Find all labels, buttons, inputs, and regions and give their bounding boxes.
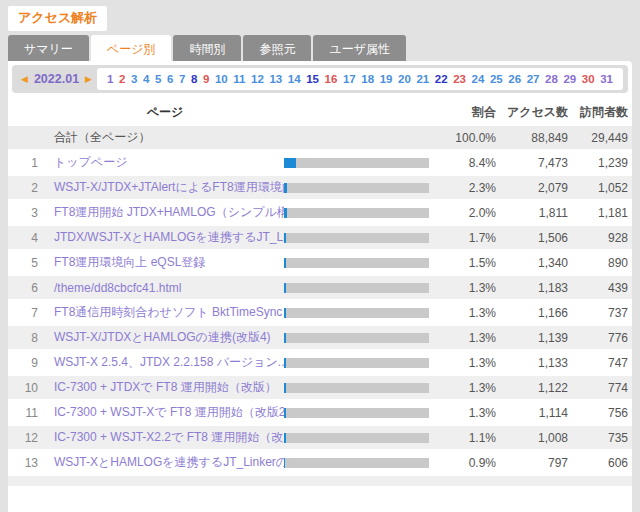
day-21[interactable]: 21 bbox=[416, 73, 429, 85]
page-link[interactable]: WSJT-XとHAMLOGを連携するJT_Linkerのイ... bbox=[54, 455, 284, 469]
tab-by-page[interactable]: ページ別 bbox=[91, 35, 172, 61]
row-ratio: 2.0% bbox=[434, 206, 496, 220]
table-row: 9WSJT-X 2.5.4、JTDX 2.2.158 バージョン...1.3%1… bbox=[8, 349, 632, 374]
day-4[interactable]: 4 bbox=[143, 73, 149, 85]
table-body: 1トップページ8.4%7,4731,2392WSJT-X/JTDX+JTAler… bbox=[8, 149, 632, 474]
row-rank: 13 bbox=[8, 456, 46, 470]
tab-referrer[interactable]: 参照元 bbox=[243, 35, 311, 61]
day-13[interactable]: 13 bbox=[269, 73, 282, 85]
day-27[interactable]: 27 bbox=[527, 73, 540, 85]
ratio-bar bbox=[284, 233, 434, 243]
day-7[interactable]: 7 bbox=[179, 73, 185, 85]
page-link[interactable]: FT8通信用時刻合わせソフト BktTimeSync ... bbox=[54, 305, 284, 319]
day-26[interactable]: 26 bbox=[508, 73, 521, 85]
day-2[interactable]: 2 bbox=[119, 73, 125, 85]
prev-month-arrow-icon[interactable]: ◀ bbox=[19, 74, 30, 84]
row-rank: 8 bbox=[8, 331, 46, 345]
day-31[interactable]: 31 bbox=[600, 73, 613, 85]
current-month-label: 2022.01 bbox=[34, 72, 79, 86]
page-link[interactable]: FT8運用環境向上 eQSL登録 bbox=[54, 255, 205, 269]
day-3[interactable]: 3 bbox=[131, 73, 137, 85]
next-row-partial bbox=[8, 474, 632, 486]
table-row: 1トップページ8.4%7,4731,239 bbox=[8, 149, 632, 174]
day-20[interactable]: 20 bbox=[398, 73, 411, 85]
day-29[interactable]: 29 bbox=[563, 73, 576, 85]
table-row: 10IC-7300 + JTDXで FT8 運用開始（改版）1.3%1,1227… bbox=[8, 374, 632, 399]
row-ratio: 1.5% bbox=[434, 256, 496, 270]
ratio-bar bbox=[284, 258, 434, 268]
ratio-bar bbox=[284, 308, 434, 318]
day-23[interactable]: 23 bbox=[453, 73, 466, 85]
row-access: 797 bbox=[496, 456, 568, 470]
table-row: 4JTDX/WSJT-XとHAMLOGを連携するJT_Linker...1.7%… bbox=[8, 224, 632, 249]
total-access: 88,849 bbox=[496, 131, 568, 145]
page-link[interactable]: WSJT-X/JTDXとHAMLOGの連携(改版4) bbox=[54, 330, 271, 344]
day-15[interactable]: 15 bbox=[306, 73, 319, 85]
day-28[interactable]: 28 bbox=[545, 73, 558, 85]
day-30[interactable]: 30 bbox=[582, 73, 595, 85]
day-11[interactable]: 11 bbox=[233, 73, 245, 85]
row-access: 1,122 bbox=[496, 381, 568, 395]
day-25[interactable]: 25 bbox=[490, 73, 503, 85]
page-link[interactable]: IC-7300 + WSJT-Xで FT8 運用開始（改版2） bbox=[54, 405, 284, 419]
ratio-bar bbox=[284, 183, 434, 193]
page-link[interactable]: WSJT-X/JTDX+JTAlertによるFT8運用環境向... bbox=[54, 180, 284, 194]
row-rank: 3 bbox=[8, 206, 46, 220]
header-ratio: 割合 bbox=[434, 104, 496, 121]
total-label: 合計（全ページ） bbox=[46, 129, 284, 146]
page-link[interactable]: IC-7300 + JTDXで FT8 運用開始（改版） bbox=[54, 380, 277, 394]
table-row: 8WSJT-X/JTDXとHAMLOGの連携(改版4)1.3%1,139776 bbox=[8, 324, 632, 349]
tab-bar: サマリー ページ別 時間別 参照元 ユーザ属性 bbox=[8, 35, 640, 61]
row-ratio: 1.7% bbox=[434, 231, 496, 245]
day-10[interactable]: 10 bbox=[215, 73, 228, 85]
row-visitors: 776 bbox=[568, 331, 632, 345]
row-access: 1,008 bbox=[496, 431, 568, 445]
day-19[interactable]: 19 bbox=[380, 73, 393, 85]
row-ratio: 1.3% bbox=[434, 406, 496, 420]
page-table: ページ 割合 アクセス数 訪問者数 合計（全ページ） 100.0% 88,849… bbox=[8, 100, 632, 486]
page-link[interactable]: IC-7300 + WSJT-X2.2で FT8 運用開始（改... bbox=[54, 430, 284, 444]
row-rank: 1 bbox=[8, 156, 46, 170]
day-9[interactable]: 9 bbox=[203, 73, 209, 85]
page-link[interactable]: トップページ bbox=[54, 155, 127, 169]
page-link[interactable]: /theme/dd8cbcfc41.html bbox=[54, 281, 181, 295]
day-22[interactable]: 22 bbox=[435, 73, 448, 85]
day-18[interactable]: 18 bbox=[361, 73, 374, 85]
day-6[interactable]: 6 bbox=[167, 73, 173, 85]
next-month-arrow-icon[interactable]: ▶ bbox=[83, 74, 94, 84]
row-visitors: 606 bbox=[568, 456, 632, 470]
table-row: 3FT8運用開始 JTDX+HAMLOG（シンプル構成 ...2.0%1,811… bbox=[8, 199, 632, 224]
day-5[interactable]: 5 bbox=[155, 73, 161, 85]
table-row: 2WSJT-X/JTDX+JTAlertによるFT8運用環境向...2.3%2,… bbox=[8, 174, 632, 199]
table-row: 12IC-7300 + WSJT-X2.2で FT8 運用開始（改...1.1%… bbox=[8, 424, 632, 449]
row-access: 1,166 bbox=[496, 306, 568, 320]
day-24[interactable]: 24 bbox=[472, 73, 485, 85]
page-link[interactable]: FT8運用開始 JTDX+HAMLOG（シンプル構成 ... bbox=[54, 205, 284, 219]
day-list: 1234567891011121314151617181920212223242… bbox=[97, 68, 623, 90]
page-link[interactable]: JTDX/WSJT-XとHAMLOGを連携するJT_Linker... bbox=[54, 230, 284, 244]
row-access: 1,133 bbox=[496, 356, 568, 370]
day-14[interactable]: 14 bbox=[288, 73, 301, 85]
row-visitors: 1,052 bbox=[568, 181, 632, 195]
ratio-bar bbox=[284, 408, 434, 418]
page-link[interactable]: WSJT-X 2.5.4、JTDX 2.2.158 バージョン... bbox=[54, 355, 284, 369]
header-page: ページ bbox=[46, 104, 284, 121]
tab-user-attributes[interactable]: ユーザ属性 bbox=[313, 35, 406, 61]
row-rank: 2 bbox=[8, 181, 46, 195]
day-1[interactable]: 1 bbox=[107, 73, 113, 85]
day-17[interactable]: 17 bbox=[343, 73, 356, 85]
ratio-bar bbox=[284, 333, 434, 343]
day-12[interactable]: 12 bbox=[251, 73, 264, 85]
row-visitors: 735 bbox=[568, 431, 632, 445]
day-16[interactable]: 16 bbox=[325, 73, 338, 85]
row-access: 1,506 bbox=[496, 231, 568, 245]
row-ratio: 1.1% bbox=[434, 431, 496, 445]
row-ratio: 8.4% bbox=[434, 156, 496, 170]
table-row: 6/theme/dd8cbcfc41.html1.3%1,183439 bbox=[8, 274, 632, 299]
tab-summary[interactable]: サマリー bbox=[8, 35, 89, 61]
tab-by-time[interactable]: 時間別 bbox=[173, 35, 241, 61]
row-visitors: 747 bbox=[568, 356, 632, 370]
row-ratio: 1.3% bbox=[434, 281, 496, 295]
day-8[interactable]: 8 bbox=[191, 73, 197, 85]
row-visitors: 774 bbox=[568, 381, 632, 395]
